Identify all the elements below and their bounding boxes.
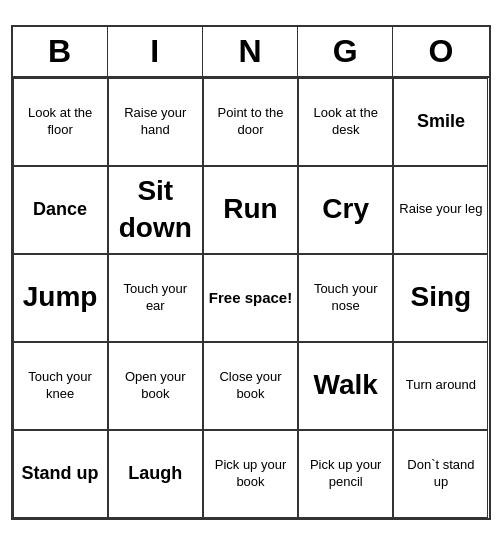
bingo-cell: Laugh bbox=[108, 430, 203, 518]
bingo-cell: Pick up your book bbox=[203, 430, 298, 518]
bingo-cell: Turn around bbox=[393, 342, 488, 430]
bingo-cell: Smile bbox=[393, 78, 488, 166]
bingo-cell: Pick up your pencil bbox=[298, 430, 393, 518]
bingo-cell: Look at the desk bbox=[298, 78, 393, 166]
bingo-cell: Jump bbox=[13, 254, 108, 342]
bingo-cell: Sing bbox=[393, 254, 488, 342]
bingo-cell: Dance bbox=[13, 166, 108, 254]
bingo-header: BINGO bbox=[13, 27, 489, 78]
bingo-cell: Touch your nose bbox=[298, 254, 393, 342]
bingo-cell: Close your book bbox=[203, 342, 298, 430]
bingo-cell: Walk bbox=[298, 342, 393, 430]
bingo-cell: Touch your knee bbox=[13, 342, 108, 430]
bingo-cell: Cry bbox=[298, 166, 393, 254]
bingo-cell: Open your book bbox=[108, 342, 203, 430]
bingo-card: BINGO Look at the floorRaise your handPo… bbox=[11, 25, 491, 520]
header-letter: N bbox=[203, 27, 298, 76]
bingo-cell: Raise your hand bbox=[108, 78, 203, 166]
header-letter: B bbox=[13, 27, 108, 76]
header-letter: I bbox=[108, 27, 203, 76]
bingo-cell: Run bbox=[203, 166, 298, 254]
bingo-cell: Look at the floor bbox=[13, 78, 108, 166]
header-letter: G bbox=[298, 27, 393, 76]
bingo-cell: Touch your ear bbox=[108, 254, 203, 342]
header-letter: O bbox=[393, 27, 488, 76]
bingo-cell: Sit down bbox=[108, 166, 203, 254]
bingo-cell: Don`t stand up bbox=[393, 430, 488, 518]
bingo-cell: Free space! bbox=[203, 254, 298, 342]
bingo-grid: Look at the floorRaise your handPoint to… bbox=[13, 78, 489, 518]
bingo-cell: Point to the door bbox=[203, 78, 298, 166]
bingo-cell: Raise your leg bbox=[393, 166, 488, 254]
bingo-cell: Stand up bbox=[13, 430, 108, 518]
